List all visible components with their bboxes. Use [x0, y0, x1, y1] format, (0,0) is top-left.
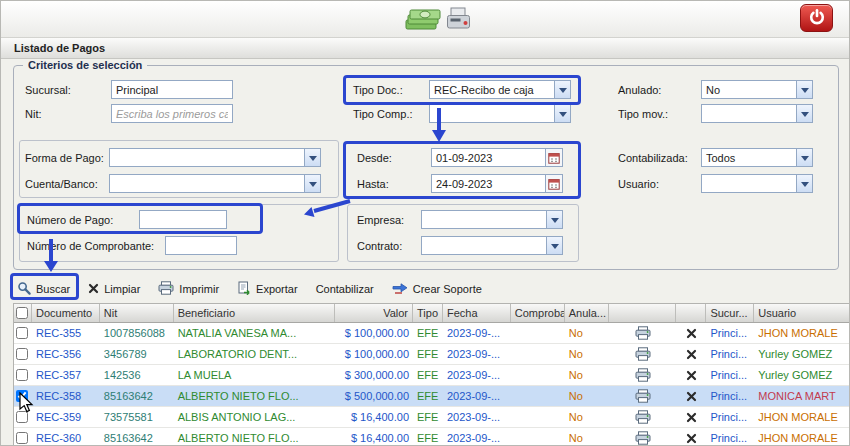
- cell-tipo: EFE: [413, 386, 443, 406]
- table-row[interactable]: REC-359 73575581 ALBIS ANTONIO LAG... $ …: [14, 407, 850, 428]
- table-header: Documento Nit Beneficiario Valor Tipo Fe…: [14, 304, 850, 323]
- cell-comprobante: [511, 407, 565, 427]
- th-valor[interactable]: Valor: [335, 304, 413, 322]
- table-row[interactable]: REC-360 85163642 ALBERTO NIETO FLO... $ …: [14, 428, 850, 446]
- usuario-select[interactable]: [701, 174, 813, 193]
- table-row[interactable]: REC-356 3456789 LABORATORIO DENT... $ 10…: [14, 344, 850, 365]
- cell-valor: $ 16,400.00: [335, 428, 413, 446]
- desde-label: Desde:: [357, 152, 392, 165]
- cell-tipo: EFE: [413, 407, 443, 427]
- forma-pago-select[interactable]: [109, 148, 321, 167]
- row-checkbox[interactable]: [16, 369, 28, 381]
- cell-anulada: No: [565, 323, 609, 343]
- hasta-input[interactable]: 24-09-2023: [431, 174, 563, 193]
- anulado-select[interactable]: No: [701, 80, 813, 99]
- row-delete-button[interactable]: [686, 328, 697, 339]
- cell-anulada: No: [565, 365, 609, 385]
- nit-input[interactable]: [111, 104, 233, 123]
- cell-valor: $ 16,400.00: [335, 407, 413, 427]
- numero-pago-input[interactable]: [139, 210, 227, 229]
- th-nit[interactable]: Nit: [100, 304, 174, 322]
- row-print-button[interactable]: [635, 410, 651, 424]
- cell-sucursal: Princi...: [706, 407, 754, 427]
- th-delete: [676, 304, 706, 322]
- row-print-button[interactable]: [635, 326, 651, 340]
- calendar-icon[interactable]: [545, 149, 562, 166]
- sucursal-label: Sucursal:: [25, 84, 71, 97]
- criteria-legend: Criterios de selección: [23, 59, 147, 71]
- row-delete-button[interactable]: [686, 391, 697, 402]
- power-icon: [808, 8, 826, 28]
- cell-nit: 1007856088: [100, 323, 174, 343]
- th-fecha[interactable]: Fecha: [443, 304, 511, 322]
- sucursal-input[interactable]: [111, 80, 233, 99]
- th-usuario[interactable]: Usuario: [754, 304, 850, 322]
- buscar-button[interactable]: Buscar: [17, 281, 70, 297]
- chevron-down-icon: [304, 149, 320, 166]
- cell-valor: $ 300,000.00: [335, 365, 413, 385]
- row-delete-button[interactable]: [686, 433, 697, 444]
- table-row[interactable]: REC-355 1007856088 NATALIA VANESA MA... …: [14, 323, 850, 344]
- contrato-select[interactable]: [421, 236, 563, 255]
- numero-pago-label: Número de Pago:: [27, 214, 113, 227]
- th-beneficiario[interactable]: Beneficiario: [174, 304, 336, 322]
- transfer-icon: [392, 282, 408, 296]
- contabilizada-select[interactable]: Todos: [701, 148, 813, 167]
- clear-icon: [88, 283, 99, 296]
- money-icon: [404, 5, 442, 34]
- tipo-mov-select[interactable]: [701, 104, 813, 123]
- th-tipo[interactable]: Tipo: [413, 304, 443, 322]
- limpiar-button[interactable]: Limpiar: [88, 283, 140, 296]
- row-print-button[interactable]: [635, 431, 651, 445]
- row-checkbox[interactable]: [16, 411, 28, 423]
- row-checkbox[interactable]: [16, 432, 28, 444]
- table-row-selected[interactable]: REC-358 85163642 ALBERTO NIETO FLO... $ …: [14, 386, 850, 407]
- top-bar: [1, 1, 849, 38]
- row-print-button[interactable]: [635, 347, 651, 361]
- table-row[interactable]: REC-357 142536 LA MUELA $ 300,000.00 EFE…: [14, 365, 850, 386]
- chevron-down-icon: [546, 237, 562, 254]
- contabilizar-button[interactable]: Contabilizar: [316, 283, 374, 295]
- row-checkbox[interactable]: [16, 390, 28, 402]
- row-checkbox[interactable]: [16, 327, 28, 339]
- tipo-doc-select[interactable]: REC-Recibo de caja: [429, 80, 571, 99]
- exportar-button[interactable]: Exportar: [237, 281, 298, 297]
- cell-comprobante: [511, 323, 565, 343]
- row-delete-button[interactable]: [686, 412, 697, 423]
- numero-comprobante-input[interactable]: [165, 236, 237, 255]
- cell-documento: REC-357: [32, 365, 100, 385]
- cell-sucursal: Princi...: [706, 365, 754, 385]
- cell-tipo: EFE: [413, 323, 443, 343]
- chevron-down-icon: [554, 81, 570, 98]
- desde-input[interactable]: 01-09-2023: [431, 148, 563, 167]
- tipo-comp-select[interactable]: [429, 104, 571, 123]
- chevron-down-icon: [796, 149, 812, 166]
- calendar-icon[interactable]: [545, 175, 562, 192]
- th-comprobante[interactable]: Comproba...: [511, 304, 565, 322]
- anulado-label: Anulado:: [618, 84, 661, 97]
- chevron-down-icon: [546, 211, 562, 228]
- app-header-icons: [404, 5, 472, 34]
- row-checkbox[interactable]: [16, 348, 28, 360]
- page-title: Listado de Pagos: [14, 42, 105, 54]
- cell-documento: REC-355: [32, 323, 100, 343]
- th-sucursal[interactable]: Sucur...: [706, 304, 754, 322]
- row-print-button[interactable]: [635, 389, 651, 403]
- row-print-button[interactable]: [635, 368, 651, 382]
- cell-tipo: EFE: [413, 428, 443, 446]
- cuenta-banco-select[interactable]: [109, 174, 321, 193]
- row-delete-button[interactable]: [686, 370, 697, 381]
- logout-button[interactable]: [800, 4, 833, 32]
- th-anulada[interactable]: Anula...: [565, 304, 609, 322]
- select-all-checkbox[interactable]: [16, 307, 28, 319]
- row-delete-button[interactable]: [686, 349, 697, 360]
- cell-beneficiario: ALBERTO NIETO FLO...: [174, 386, 336, 406]
- th-documento[interactable]: Documento: [32, 304, 100, 322]
- cell-fecha: 2023-09-...: [443, 428, 511, 446]
- cell-usuario: JHON MORALE: [754, 428, 850, 446]
- crear-soporte-button[interactable]: Crear Soporte: [392, 282, 482, 296]
- empresa-select[interactable]: [421, 210, 563, 229]
- chevron-down-icon: [554, 105, 570, 122]
- imprimir-button[interactable]: Imprimir: [158, 281, 219, 297]
- cell-fecha: 2023-09-...: [443, 344, 511, 364]
